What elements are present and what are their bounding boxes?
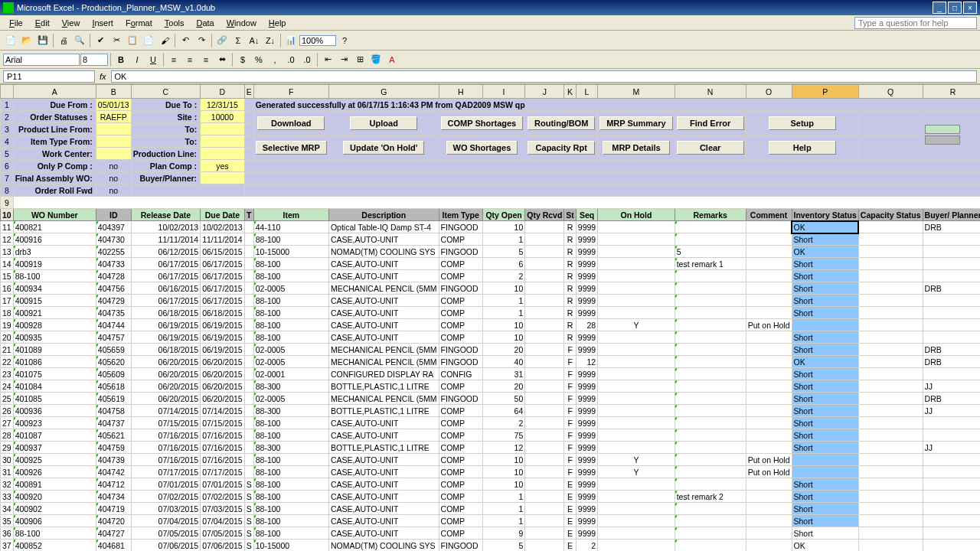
data-row[interactable]: 3688-10040472707/05/201507/05/2015S88-10… <box>1 527 981 540</box>
update-onhold-button[interactable]: Update 'On Hold' <box>343 141 424 155</box>
data-row[interactable]: 2240108640562006/20/201506/20/201502-000… <box>1 356 981 368</box>
data-row[interactable]: 3440090240471907/03/201507/03/2015S88-10… <box>1 503 981 515</box>
wo-shortages-button[interactable]: WO Shortages <box>446 141 518 155</box>
data-row[interactable]: 1140082140439710/02/201310/02/201344-110… <box>1 221 981 233</box>
col-header-C[interactable]: C <box>131 85 200 99</box>
sum-icon[interactable]: Σ <box>230 33 246 48</box>
data-row[interactable]: 1240091640473011/11/201411/11/201488-100… <box>1 233 981 246</box>
percent-icon[interactable]: % <box>251 52 266 67</box>
italic-icon[interactable]: I <box>129 52 145 67</box>
align-left-icon[interactable]: ≡ <box>166 52 181 67</box>
download-button[interactable]: Download <box>257 116 325 130</box>
maximize-button[interactable]: □ <box>948 2 962 14</box>
col-header-F[interactable]: F <box>253 85 328 99</box>
chart-icon[interactable]: 📊 <box>283 33 299 48</box>
col-header-B[interactable]: B <box>96 85 131 99</box>
paste-icon[interactable]: 📄 <box>141 33 156 48</box>
menu-format[interactable]: Format <box>119 17 158 29</box>
data-row[interactable]: 2440108440561806/20/201506/20/201588-300… <box>1 380 981 393</box>
font-size-input[interactable] <box>80 54 108 66</box>
menu-tools[interactable]: Tools <box>158 17 191 29</box>
col-header-O[interactable]: O <box>746 85 792 99</box>
copy-icon[interactable]: 📋 <box>125 33 140 48</box>
data-row[interactable]: 3240089140471207/01/201507/01/2015S88-10… <box>1 478 981 491</box>
align-right-icon[interactable]: ≡ <box>198 52 214 67</box>
data-row[interactable]: 1940092840474406/19/201506/19/201588-100… <box>1 319 981 331</box>
data-row[interactable]: 2940093740475907/16/201507/16/201588-300… <box>1 442 981 454</box>
col-header-H[interactable]: H <box>439 85 482 99</box>
data-row[interactable]: 3340092040473407/02/201507/02/2015S88-10… <box>1 491 981 503</box>
sort-desc-icon[interactable]: Z↓ <box>263 33 278 48</box>
col-header-L[interactable]: L <box>576 85 597 99</box>
fx-icon[interactable]: fx <box>95 72 111 81</box>
find-error-button[interactable]: Find Error <box>677 116 744 130</box>
cut-icon[interactable]: ✂ <box>109 33 124 48</box>
data-row[interactable]: 2840108740562107/16/201507/16/201588-100… <box>1 429 981 442</box>
menu-insert[interactable]: Insert <box>86 17 119 29</box>
col-header-P[interactable]: P <box>792 85 858 99</box>
fill-color-icon[interactable]: 🪣 <box>368 52 384 67</box>
col-header-R[interactable]: R <box>923 85 980 99</box>
data-row[interactable]: 1840092140473506/18/201506/18/201588-100… <box>1 307 981 319</box>
mrp-details-button[interactable]: MRP Details <box>603 141 670 155</box>
data-row[interactable]: 2040093540475706/19/201506/19/201588-100… <box>1 331 981 344</box>
inc-indent-icon[interactable]: ⇥ <box>336 52 351 67</box>
font-name-input[interactable] <box>3 54 80 66</box>
clear-button[interactable]: Clear <box>677 141 744 155</box>
data-row[interactable]: 3540090640472007/04/201507/04/2015S88-10… <box>1 515 981 527</box>
zoom-input[interactable] <box>299 35 336 46</box>
undo-icon[interactable]: ↶ <box>178 33 193 48</box>
menu-edit[interactable]: Edit <box>29 17 56 29</box>
spell-icon[interactable]: ✔ <box>93 33 108 48</box>
align-center-icon[interactable]: ≡ <box>182 52 198 67</box>
merge-icon[interactable]: ⬌ <box>214 52 230 67</box>
bold-icon[interactable]: B <box>113 52 129 67</box>
data-row[interactable]: 1740091540472906/17/201506/17/201588-100… <box>1 295 981 307</box>
open-icon[interactable]: 📂 <box>19 33 34 48</box>
print-icon[interactable]: 🖨 <box>56 33 71 48</box>
font-color-icon[interactable]: A <box>384 52 400 67</box>
dec-indent-icon[interactable]: ⇤ <box>320 52 335 67</box>
col-header-J[interactable]: J <box>525 85 564 99</box>
underline-icon[interactable]: U <box>145 52 161 67</box>
name-box[interactable] <box>3 70 95 83</box>
comp-shortages-button[interactable]: COMP Shortages <box>441 116 524 130</box>
help-search-input[interactable] <box>854 17 977 29</box>
menu-window[interactable]: Window <box>220 17 263 29</box>
close-button[interactable]: × <box>963 2 977 14</box>
menu-data[interactable]: Data <box>190 17 220 29</box>
borders-icon[interactable]: ⊞ <box>352 52 368 67</box>
data-row[interactable]: 2640093640475807/14/201507/14/201588-300… <box>1 405 981 417</box>
sort-asc-icon[interactable]: A↓ <box>247 33 262 48</box>
dec-decimal-icon[interactable]: .0 <box>299 52 315 67</box>
format-painter-icon[interactable]: 🖌 <box>157 33 172 48</box>
setup-button[interactable]: Setup <box>769 116 836 130</box>
col-header-N[interactable]: N <box>675 85 746 99</box>
preview-icon[interactable]: 🔍 <box>72 33 87 48</box>
col-header-I[interactable]: I <box>482 85 524 99</box>
data-row[interactable]: 1440091940473306/17/201506/17/201588-100… <box>1 258 981 270</box>
data-row[interactable]: 2140108940565906/18/201506/19/201502-000… <box>1 344 981 356</box>
comma-icon[interactable]: , <box>267 52 283 67</box>
col-header-A[interactable]: A <box>13 85 96 99</box>
data-row[interactable]: 1588-10040472806/17/201506/17/201588-100… <box>1 270 981 282</box>
data-row[interactable]: 2540108540561906/20/201506/20/201502-000… <box>1 393 981 405</box>
data-row[interactable]: 2740092340473707/15/201507/15/201588-100… <box>1 417 981 429</box>
data-row[interactable]: 3740085240468107/06/201507/06/2015S10-15… <box>1 540 981 552</box>
save-icon[interactable]: 💾 <box>35 33 51 48</box>
link-icon[interactable]: 🔗 <box>214 33 230 48</box>
minimize-button[interactable]: _ <box>933 2 946 14</box>
col-header-M[interactable]: M <box>598 85 675 99</box>
data-row[interactable]: 13drb340225506/12/201506/15/201510-15000… <box>1 246 981 258</box>
redo-icon[interactable]: ↷ <box>194 33 209 48</box>
capacity-rpt-button[interactable]: Capacity Rpt <box>528 141 595 155</box>
menu-view[interactable]: View <box>56 17 87 29</box>
col-header-K[interactable]: K <box>564 85 577 99</box>
formula-bar[interactable]: OK <box>111 70 977 83</box>
menu-file[interactable]: File <box>3 17 29 29</box>
upload-button[interactable]: Upload <box>350 116 417 130</box>
selective-mrp-button[interactable]: Selective MRP <box>256 141 327 155</box>
currency-icon[interactable]: $ <box>235 52 250 67</box>
menu-help[interactable]: Help <box>263 17 292 29</box>
new-icon[interactable]: 📄 <box>3 33 18 48</box>
